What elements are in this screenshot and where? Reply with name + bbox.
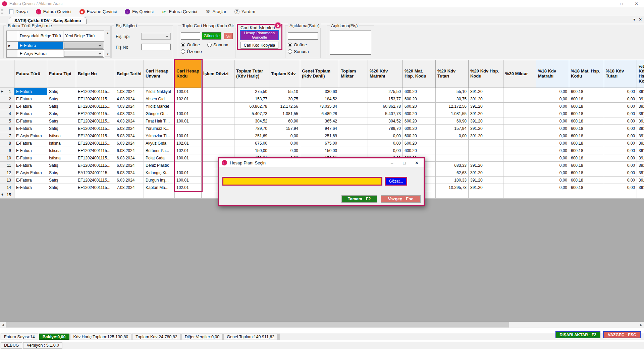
grid-cell[interactable]: 0,00 <box>536 140 569 147</box>
horizontal-scrollbar[interactable]: ◀ ▶ <box>0 322 644 328</box>
grid-cell[interactable]: 251,69 <box>300 132 339 140</box>
aciklama-satir-input[interactable] <box>288 32 318 40</box>
column-header-18[interactable]: %18 Kdv Tutarı <box>604 60 637 88</box>
grid-cell[interactable]: 153,77 <box>368 95 403 103</box>
grid-cell[interactable]: 600.18 <box>569 154 604 162</box>
grid-cell[interactable]: 10.295,73 <box>436 184 469 191</box>
grid-cell[interactable]: Yıldız Market <box>144 103 175 110</box>
grid-cell[interactable] <box>436 154 469 162</box>
grid-cell[interactable]: 0,00 <box>536 103 569 110</box>
grid-cell[interactable]: 391.20 <box>469 125 503 132</box>
grid-cell[interactable] <box>503 125 536 132</box>
grid-cell[interactable]: Kırlangıç Ki... <box>144 169 175 177</box>
grid-cell[interactable]: 60,90 <box>436 117 469 125</box>
grid-cell[interactable]: Bütüner Pa... <box>144 147 175 154</box>
column-header-4[interactable]: Cari Hesap Unvanı <box>144 60 175 88</box>
grid-cell[interactable]: 1.081,55 <box>269 110 300 117</box>
grid-cell[interactable]: 600.18 <box>569 147 604 154</box>
grid-cell[interactable]: 0,00 <box>536 117 569 125</box>
menu-item-6[interactable]: ?Yardım <box>230 7 259 16</box>
grid-cell[interactable]: 0,00 <box>604 110 637 117</box>
grid-cell[interactable]: EF12024001115... <box>76 147 115 154</box>
menu-item-0[interactable]: Dosya <box>5 7 32 16</box>
tamam-button[interactable]: Tamam - F2 <box>341 195 377 203</box>
menu-item-1[interactable]: FFatura Çevirici <box>32 7 75 16</box>
sil-button[interactable]: Sil <box>224 33 233 39</box>
grid-cell[interactable]: 100.01 <box>175 177 202 184</box>
grid-cell[interactable]: E-Arşiv Fatura <box>14 132 47 140</box>
grid-cell[interactable]: 0,00 <box>604 125 637 132</box>
mapping-value-cell[interactable]: E-Arşiv Fatura <box>18 50 63 58</box>
grid-cell[interactable]: 0,00 <box>604 140 637 147</box>
grid-cell[interactable]: EF12024001115... <box>76 140 115 147</box>
grid-cell[interactable]: 150,00 <box>300 147 339 154</box>
column-header-16[interactable]: %18 Kdv Matrahı <box>536 60 569 88</box>
column-header-0[interactable]: Fatura Türü <box>14 60 47 88</box>
row-header-cell[interactable]: 14 <box>0 184 14 191</box>
grid-cell[interactable]: E-Fatura <box>14 103 47 110</box>
grid-cell[interactable] <box>202 132 234 140</box>
grid-cell[interactable] <box>202 147 234 154</box>
grid-cell[interactable] <box>339 125 368 132</box>
grid-cell[interactable]: E-Fatura <box>14 162 47 169</box>
scroll-right-icon[interactable]: ▶ <box>638 322 644 328</box>
grid-cell[interactable]: 0,00 <box>368 140 403 147</box>
grid-cell[interactable] <box>175 103 202 110</box>
grid-cell[interactable] <box>339 95 368 103</box>
grid-cell[interactable]: Polat Gıda <box>144 154 175 162</box>
grid-cell[interactable]: 391.20 <box>469 184 503 191</box>
column-header-9[interactable]: Genel Toplam (Kdv Dahil) <box>300 60 339 88</box>
grid-cell[interactable] <box>339 147 368 154</box>
grid-cell[interactable]: 391.20 <box>469 177 503 184</box>
yeni-belge-turu-select[interactable] <box>64 51 103 57</box>
grid-cell[interactable]: E-Fatura <box>14 140 47 147</box>
row-header-cell[interactable]: 5 <box>0 117 14 125</box>
grid-cell[interactable] <box>604 191 637 199</box>
grid-cell[interactable]: 0,00 <box>604 103 637 110</box>
grid-cell[interactable]: 6.03.2024 <box>115 177 144 184</box>
grid-cell[interactable]: 391.20 <box>469 169 503 177</box>
grid-cell[interactable]: 0,00 <box>604 132 637 140</box>
grid-cell[interactable] <box>469 191 503 199</box>
grid-cell[interactable]: 391.20 <box>469 103 503 110</box>
grid-cell[interactable]: 600.20 <box>403 117 436 125</box>
grid-cell[interactable] <box>202 140 234 147</box>
grid-cell[interactable]: 0,00 <box>536 132 569 140</box>
grid-cell[interactable]: EF12024001115... <box>76 125 115 132</box>
grid-cell[interactable]: Satış <box>47 162 76 169</box>
grid-cell[interactable]: 100.01 <box>175 110 202 117</box>
grid-cell[interactable]: 675,00 <box>234 140 269 147</box>
column-header-15[interactable]: %20 Miktar <box>503 60 536 88</box>
grid-cell[interactable] <box>175 162 202 169</box>
grid-cell[interactable] <box>339 110 368 117</box>
menu-item-2[interactable]: EEczane Çevirici <box>75 7 121 16</box>
grid-cell[interactable]: 6.03.2024 <box>115 147 144 154</box>
cari-kod-kopyala-button[interactable]: Cari Kod Kopyala <box>240 42 278 49</box>
hesap-plani-file-input[interactable] <box>222 177 382 186</box>
grid-cell[interactable] <box>202 103 234 110</box>
grid-cell[interactable] <box>115 191 144 199</box>
mapping-scrollbar[interactable]: ▲ ▼ <box>105 31 110 57</box>
grid-cell[interactable]: 0,00 <box>604 154 637 162</box>
grid-cell[interactable]: 102.01 <box>175 140 202 147</box>
grid-cell[interactable] <box>202 125 234 132</box>
grid-cell[interactable] <box>503 95 536 103</box>
mapping-value-cell[interactable]: E-Fatura <box>18 42 63 50</box>
grid-cell[interactable]: 600.18 <box>569 177 604 184</box>
grid-cell[interactable]: 55,10 <box>269 88 300 95</box>
grid-cell[interactable]: 600.20 <box>403 95 436 103</box>
grid-cell[interactable]: 0,00 <box>436 132 469 140</box>
grid-cell[interactable]: 304,52 <box>368 117 403 125</box>
grid-cell[interactable]: 6.03.2024 <box>115 169 144 177</box>
grid-cell[interactable]: 157,94 <box>436 125 469 132</box>
grid-cell[interactable]: 0,00 <box>536 95 569 103</box>
grid-cell[interactable]: Istisna <box>47 147 76 154</box>
grid-cell[interactable]: E-Fatura <box>14 184 47 191</box>
scroll-left-icon[interactable]: ◀ <box>0 322 6 328</box>
grid-cell[interactable]: Satış <box>47 169 76 177</box>
grid-cell[interactable]: 180,33 <box>436 177 469 184</box>
grid-cell[interactable] <box>76 191 115 199</box>
maximize-button[interactable]: □ <box>614 0 629 7</box>
grid-cell[interactable]: 600.20 <box>403 103 436 110</box>
grid-cell[interactable]: 391.18 <box>637 184 644 191</box>
